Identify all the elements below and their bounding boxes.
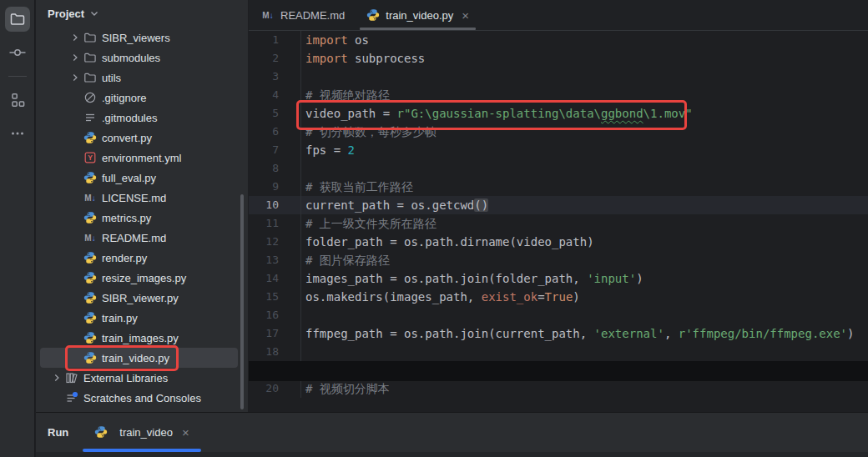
code-line-5: 5video_path = r"G:\gaussian-splatting\da… bbox=[249, 104, 868, 123]
line-number: 16 bbox=[249, 306, 279, 324]
code-editor[interactable]: 1import os2import subprocess34# 视频绝对路径5v… bbox=[249, 31, 868, 398]
tree-item-label: .gitmodules bbox=[102, 112, 157, 124]
python-icon bbox=[83, 291, 97, 304]
project-panel-header[interactable]: Project bbox=[36, 0, 248, 27]
project-tree-scrollbar[interactable] bbox=[240, 194, 244, 409]
tree-item-license-md[interactable]: M↓LICENSE.md bbox=[40, 188, 238, 208]
chevron-right-icon[interactable] bbox=[67, 51, 83, 64]
tree-item-label: submodules bbox=[102, 52, 160, 64]
tree-indent bbox=[67, 171, 83, 184]
active-tab-indicator bbox=[360, 28, 476, 30]
python-icon bbox=[366, 8, 380, 22]
tree-item-train-py[interactable]: train.py bbox=[40, 308, 238, 328]
tree-indent bbox=[67, 151, 83, 164]
tree-item-label: SIBR_viewers bbox=[102, 32, 170, 44]
tree-item-convert-py[interactable]: convert.py bbox=[40, 128, 238, 148]
project-panel-title: Project bbox=[48, 8, 84, 20]
tree-item-label: metrics.py bbox=[102, 212, 151, 224]
line-number: 12 bbox=[249, 233, 279, 251]
tree-indent bbox=[67, 131, 83, 144]
commit-icon bbox=[9, 44, 26, 61]
chevron-right-icon[interactable] bbox=[67, 31, 83, 44]
tree-item-metrics-py[interactable]: metrics.py bbox=[40, 208, 238, 228]
scratches-icon bbox=[65, 391, 78, 404]
tree-item-submodules[interactable]: submodules bbox=[40, 48, 238, 68]
close-icon[interactable]: × bbox=[462, 9, 469, 22]
tree-item-sibr-viewer-py[interactable]: SIBR_viewer.py bbox=[40, 288, 238, 308]
run-tab-train-video[interactable]: train_video × bbox=[83, 413, 200, 451]
tool-button-commit[interactable] bbox=[0, 36, 35, 69]
tree-indent bbox=[67, 351, 83, 364]
code-line-1: 1import os bbox=[249, 31, 868, 49]
tree-item-label: External Libraries bbox=[83, 372, 168, 384]
editor-tab-train-video-py[interactable]: train_video.py× bbox=[356, 0, 480, 30]
tree-item-train-images-py[interactable]: train_images.py bbox=[40, 328, 238, 348]
line-number: 14 bbox=[249, 269, 279, 288]
activity-bar bbox=[0, 0, 35, 457]
line-number: 8 bbox=[249, 159, 279, 178]
line-number: 4 bbox=[249, 86, 279, 104]
tree-indent bbox=[67, 211, 83, 224]
code-line-7: 7fps = 2 bbox=[249, 141, 868, 159]
tree-indent bbox=[48, 391, 65, 404]
tree-item-scratches-and-consoles[interactable]: Scratches and Consoles bbox=[40, 388, 238, 408]
ide-window: Project SIBR_viewerssubmodulesutils.giti… bbox=[0, 0, 868, 457]
tab-label: README.md bbox=[280, 9, 345, 22]
code-line-10: 10current_path = os.getcwd() bbox=[249, 196, 868, 214]
code-line-13: 13# 图片保存路径 bbox=[249, 251, 868, 269]
tree-item-train-video-py[interactable]: train_video.py bbox=[40, 348, 238, 368]
tree-item-utils[interactable]: utils bbox=[40, 68, 238, 88]
tree-item-label: render.py bbox=[102, 252, 147, 264]
tree-indent bbox=[67, 191, 83, 204]
line-number: 7 bbox=[249, 141, 279, 159]
ignore-icon bbox=[83, 91, 97, 104]
tree-item-label: full_eval.py bbox=[102, 172, 156, 184]
tab-label: train_video.py bbox=[386, 9, 453, 22]
line-number: 11 bbox=[249, 214, 279, 233]
tool-button-structure[interactable] bbox=[0, 83, 35, 117]
line-number: 5 bbox=[249, 104, 279, 123]
code-line-15: 15os.makedirs(images_path, exist_ok=True… bbox=[249, 288, 868, 306]
python-icon bbox=[83, 331, 97, 344]
tree-item-environment-yml[interactable]: Yenvironment.yml bbox=[40, 148, 238, 168]
folder-icon bbox=[83, 71, 97, 84]
tree-item-gitignore[interactable]: .gitignore bbox=[40, 88, 238, 108]
tree-item-sibr-viewers[interactable]: SIBR_viewers bbox=[40, 28, 238, 48]
tree-item-label: README.md bbox=[102, 232, 166, 244]
line-number: 18 bbox=[249, 343, 279, 361]
tree-item-full-eval-py[interactable]: full_eval.py bbox=[40, 168, 238, 188]
line-number: 1 bbox=[249, 31, 279, 49]
tree-item-readme-md[interactable]: M↓README.md bbox=[40, 228, 238, 248]
chevron-right-icon[interactable] bbox=[48, 371, 65, 384]
svg-text:Y: Y bbox=[88, 153, 93, 162]
tree-item-gitmodules[interactable]: .gitmodules bbox=[40, 108, 238, 128]
chevron-down-icon bbox=[89, 8, 99, 18]
editor-tab-bar: M↓README.mdtrain_video.py× bbox=[249, 0, 868, 31]
libraries-icon bbox=[65, 371, 78, 384]
python-icon bbox=[83, 351, 97, 364]
tool-button-more-tools[interactable] bbox=[0, 117, 35, 150]
python-icon bbox=[83, 131, 97, 144]
line-number: 9 bbox=[249, 178, 279, 196]
editor-tab-readme-md[interactable]: M↓README.md bbox=[250, 0, 356, 30]
more-icon bbox=[9, 125, 26, 142]
folder-icon bbox=[83, 51, 97, 64]
tree-item-label: train.py bbox=[102, 312, 138, 324]
markdown-icon: M↓ bbox=[83, 231, 97, 244]
tree-item-resize-images-py[interactable]: resize_images.py bbox=[40, 268, 238, 288]
code-line-11: 11# 上一级文件夹所在路径 bbox=[249, 214, 868, 233]
tree-indent bbox=[67, 111, 83, 124]
code-line-16: 16 bbox=[249, 306, 868, 324]
chevron-right-icon[interactable] bbox=[67, 71, 83, 84]
python-icon bbox=[83, 211, 97, 224]
run-panel-clipped-row bbox=[36, 452, 868, 457]
close-icon[interactable]: × bbox=[182, 426, 189, 439]
python-icon bbox=[83, 311, 97, 324]
line-number: 6 bbox=[249, 123, 279, 141]
list-icon bbox=[83, 111, 97, 124]
tool-button-project[interactable] bbox=[0, 3, 35, 36]
editor-bottom-strip bbox=[249, 361, 868, 381]
tree-item-render-py[interactable]: render.py bbox=[40, 248, 238, 268]
tree-item-external-libraries[interactable]: External Libraries bbox=[40, 368, 238, 388]
yaml-icon: Y bbox=[83, 151, 97, 164]
